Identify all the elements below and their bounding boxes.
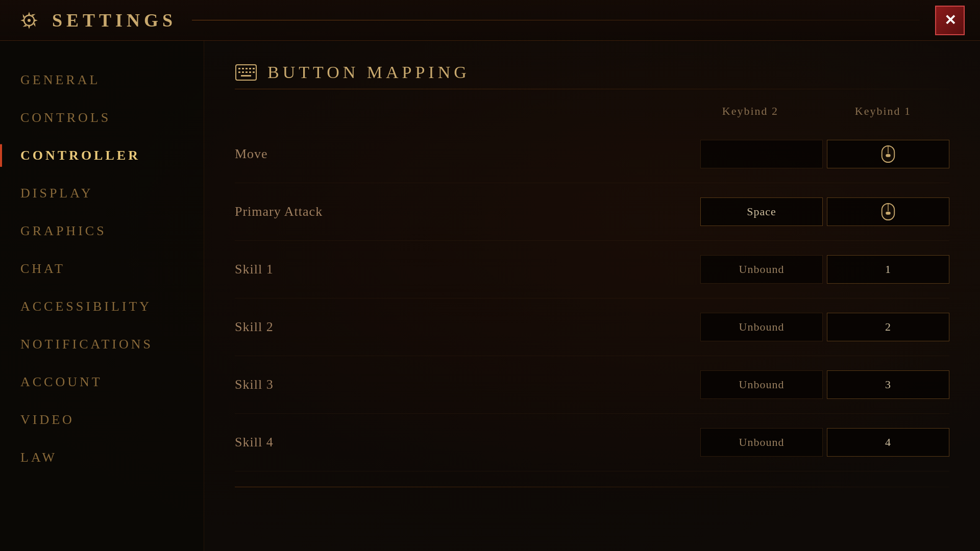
keybind2-skill4[interactable]: Unbound bbox=[700, 428, 823, 457]
col-header-keybind2: Keybind 2 bbox=[684, 105, 817, 118]
binding-controls-skill3: Unbound 3 bbox=[700, 370, 949, 399]
svg-rect-12 bbox=[253, 71, 255, 73]
svg-rect-13 bbox=[241, 75, 251, 77]
svg-rect-5 bbox=[246, 68, 248, 69]
sidebar-item-graphics[interactable]: GRAPHICS bbox=[0, 212, 204, 250]
section-top-divider bbox=[235, 89, 949, 89]
keybind2-skill3[interactable]: Unbound bbox=[700, 370, 823, 399]
sidebar-item-video[interactable]: VIDEO bbox=[0, 401, 204, 439]
sidebar-item-account[interactable]: ACCOUNT bbox=[0, 363, 204, 401]
svg-point-1 bbox=[28, 19, 31, 22]
keyboard-icon bbox=[235, 61, 257, 84]
keybind1-skill4[interactable]: 4 bbox=[827, 428, 949, 457]
binding-label-skill3: Skill 3 bbox=[235, 377, 700, 392]
sidebar-item-controls[interactable]: CONTROLS bbox=[0, 99, 204, 137]
binding-controls-primary-attack: Space bbox=[700, 197, 949, 226]
binding-label-skill4: Skill 4 bbox=[235, 435, 700, 450]
svg-rect-7 bbox=[253, 68, 255, 69]
sidebar-item-law[interactable]: LAW bbox=[0, 439, 204, 477]
keybind2-primary-attack[interactable]: Space bbox=[700, 197, 823, 226]
main-content: GENERAL CONTROLS CONTROLLER DISPLAY GRAP… bbox=[0, 41, 980, 551]
sidebar-item-accessibility[interactable]: ACCESSIBILITY bbox=[0, 288, 204, 325]
binding-row-skill3: Skill 3 Unbound 3 bbox=[235, 356, 949, 414]
header-title: SETTINGS bbox=[52, 10, 177, 31]
keybind1-primary-attack[interactable] bbox=[827, 197, 949, 226]
header-left: SETTINGS bbox=[15, 7, 177, 34]
svg-rect-19 bbox=[886, 212, 890, 215]
sidebar-item-chat[interactable]: CHAT bbox=[0, 250, 204, 288]
close-button[interactable]: ✕ bbox=[935, 6, 965, 35]
svg-rect-10 bbox=[246, 71, 248, 73]
header: SETTINGS ✕ bbox=[0, 0, 980, 41]
svg-rect-11 bbox=[249, 71, 251, 73]
binding-label-skill2: Skill 2 bbox=[235, 319, 700, 335]
binding-row-skill2: Skill 2 Unbound 2 bbox=[235, 298, 949, 356]
settings-container: SETTINGS ✕ GENERAL CONTROLS CONTROLLER D… bbox=[0, 0, 980, 551]
binding-controls-skill2: Unbound 2 bbox=[700, 313, 949, 341]
binding-controls-skill1: Unbound 1 bbox=[700, 255, 949, 284]
sidebar-item-general[interactable]: GENERAL bbox=[0, 61, 204, 99]
gear-icon bbox=[15, 7, 43, 34]
binding-row-skill4: Skill 4 Unbound 4 bbox=[235, 414, 949, 471]
svg-rect-6 bbox=[249, 68, 251, 69]
section-title: BUTTON MAPPING bbox=[267, 63, 470, 82]
active-indicator bbox=[0, 144, 2, 167]
binding-row-move: Move bbox=[235, 126, 949, 183]
svg-rect-4 bbox=[242, 68, 244, 69]
sidebar: GENERAL CONTROLS CONTROLLER DISPLAY GRAP… bbox=[0, 41, 204, 551]
sidebar-item-notifications[interactable]: NOTIFICATIONS bbox=[0, 325, 204, 363]
sidebar-item-display[interactable]: DISPLAY bbox=[0, 174, 204, 212]
binding-controls-skill4: Unbound 4 bbox=[700, 428, 949, 457]
binding-controls-move bbox=[700, 140, 949, 168]
binding-row-skill1: Skill 1 Unbound 1 bbox=[235, 241, 949, 298]
content-area: BUTTON MAPPING Keybind 2 Keybind 1 Move bbox=[204, 41, 980, 551]
keybind2-skill1[interactable]: Unbound bbox=[700, 255, 823, 284]
col-header-keybind1: Keybind 1 bbox=[817, 105, 949, 118]
svg-rect-3 bbox=[238, 68, 240, 69]
keybind2-move[interactable] bbox=[700, 140, 823, 168]
binding-label-move: Move bbox=[235, 146, 700, 162]
binding-row-primary-attack: Primary Attack Space bbox=[235, 183, 949, 241]
binding-label-primary-attack: Primary Attack bbox=[235, 204, 700, 219]
section-header: BUTTON MAPPING bbox=[235, 61, 949, 84]
keybind1-skill3[interactable]: 3 bbox=[827, 370, 949, 399]
keybind1-move[interactable] bbox=[827, 140, 949, 168]
keybind1-skill2[interactable]: 2 bbox=[827, 313, 949, 341]
keybind2-skill2[interactable]: Unbound bbox=[700, 313, 823, 341]
svg-rect-9 bbox=[242, 71, 244, 73]
header-divider bbox=[192, 20, 920, 20]
column-headers: Keybind 2 Keybind 1 bbox=[235, 105, 949, 118]
keybind1-skill1[interactable]: 1 bbox=[827, 255, 949, 284]
section-bottom-divider bbox=[235, 487, 949, 487]
svg-rect-8 bbox=[238, 71, 240, 73]
svg-rect-16 bbox=[886, 154, 890, 157]
binding-label-skill1: Skill 1 bbox=[235, 262, 700, 277]
sidebar-item-controller[interactable]: CONTROLLER bbox=[0, 137, 204, 174]
